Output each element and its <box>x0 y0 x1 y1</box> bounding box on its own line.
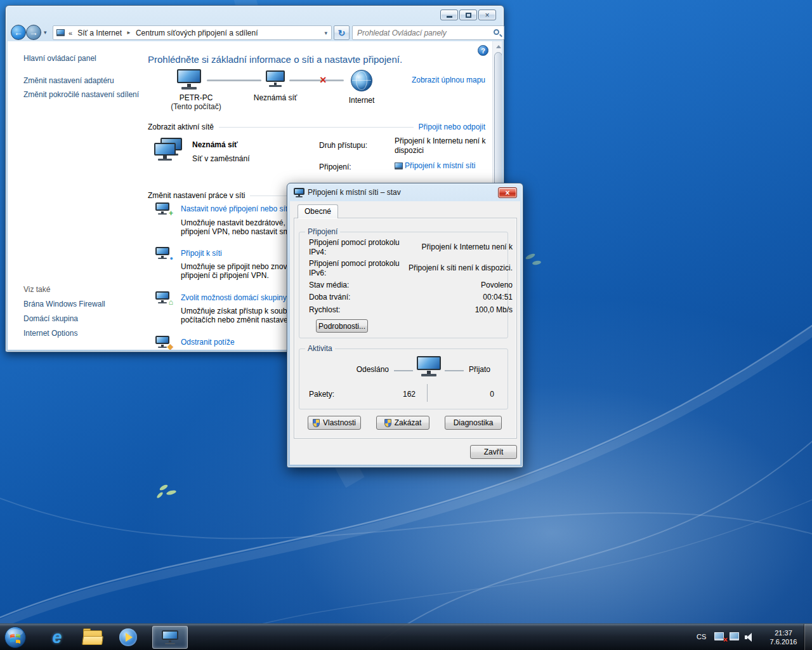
packets-received-value: 0 <box>449 390 494 399</box>
tab-general[interactable]: Obecné <box>298 204 338 218</box>
task-troubleshoot-desc: Umožňuje diagnostikovat a opr <box>181 348 285 350</box>
task-homegroup-desc: Umožňuje získat přístup k soub <box>181 307 287 315</box>
address-bar[interactable]: « Síť a Internet ► Centrum síťových přip… <box>53 25 332 40</box>
taskbar-ie-button[interactable]: e <box>42 626 72 649</box>
scroll-up-icon <box>496 45 501 48</box>
taskbar-wmp-button[interactable] <box>113 626 143 649</box>
map-computer-icon[interactable] <box>177 69 201 90</box>
properties-button[interactable]: Vlastnosti <box>308 416 361 430</box>
speed-label: Rychlost: <box>309 305 340 314</box>
tray-network-icon[interactable]: × <box>714 632 725 642</box>
leaf-sprig-icon <box>156 484 177 499</box>
back-button[interactable]: ← <box>11 25 26 40</box>
active-networks-header-row: Zobrazit aktivní sítě Připojit nebo odpo… <box>148 123 485 131</box>
language-indicator[interactable]: CS <box>697 633 706 640</box>
packets-label: Pakety: <box>309 390 334 399</box>
taskbar-network-window-button[interactable] <box>152 626 188 649</box>
activity-group-label: Aktivita <box>305 344 335 353</box>
task-homegroup-desc: počítačích nebo změnit nastave <box>181 315 288 324</box>
page-title: Prohlédněte si základní informace o síti… <box>148 54 484 65</box>
task-new-connection-desc: Umožňuje nastavit bezdrátové, <box>181 218 285 227</box>
taskbar: e CS × 21:37 7.6.2016 <box>0 623 812 650</box>
recent-pages-dropdown-icon[interactable]: ▾ <box>44 29 47 36</box>
tray-volume-icon[interactable] <box>745 632 755 642</box>
activity-connector <box>394 370 413 371</box>
close-button[interactable]: × <box>478 10 496 20</box>
map-connector <box>207 79 261 81</box>
breadcrumb-separator-icon[interactable]: ► <box>126 30 132 36</box>
task-connect-link[interactable]: Připojit k síti <box>181 249 222 258</box>
monitor-icon <box>714 632 724 640</box>
forward-button[interactable]: → <box>26 25 41 40</box>
no-connection-x-icon: × <box>320 74 327 86</box>
network-window-icon <box>162 630 178 644</box>
active-network-type: Síť v zaměstnání <box>192 154 250 163</box>
sidebar-item-advanced-sharing[interactable]: Změnit pokročilé nastavení sdílení <box>23 90 141 100</box>
diagnose-button[interactable]: Diagnostika <box>445 416 502 430</box>
minimize-icon <box>447 16 452 18</box>
folder-icon <box>83 630 102 645</box>
dialog-title-icon <box>294 188 304 197</box>
refresh-icon: ↻ <box>338 28 346 38</box>
task-connect-desc: Umožňuje se připojit nebo znov <box>181 262 287 271</box>
show-desktop-button[interactable] <box>804 624 812 650</box>
sidebar-item-change-adapter[interactable]: Změnit nastavení adaptéru <box>23 76 141 86</box>
network-location-icon <box>154 143 176 161</box>
breadcrumb-item-sharing-center[interactable]: Centrum síťových připojení a sdílení <box>132 27 262 39</box>
network-disconnected-icon: × <box>723 636 728 644</box>
taskbar-clock[interactable]: 21:37 7.6.2016 <box>765 628 802 646</box>
task-troubleshoot-link[interactable]: Odstranit potíže <box>181 338 235 347</box>
connection-icon <box>395 162 403 169</box>
dialog-content: Obecné Připojení Připojení pomocí protok… <box>290 201 520 465</box>
window-titlebar[interactable] <box>6 6 504 25</box>
map-computer-label: PETR-PC <box>161 93 231 102</box>
activity-computer-icon <box>417 356 441 376</box>
task-connect-icon: ● <box>155 247 169 259</box>
close-icon: × <box>485 11 489 19</box>
access-type-value: Připojení k Internetu není k dispozici <box>395 136 487 156</box>
uac-shield-icon <box>313 419 320 427</box>
taskbar-explorer-button[interactable] <box>77 626 108 649</box>
tray-hardware-icon[interactable] <box>730 632 740 642</box>
back-icon: ← <box>14 27 23 37</box>
ipv6-value: Připojení k síti není k dispozici. <box>409 263 513 272</box>
view-full-map-link[interactable]: Zobrazit úplnou mapu <box>382 76 485 84</box>
map-network-icon[interactable] <box>266 70 285 87</box>
search-icon[interactable] <box>494 29 499 35</box>
details-button[interactable]: Podrobnosti... <box>316 319 368 333</box>
system-tray: CS × 21:37 7.6.2016 <box>691 624 812 650</box>
sidebar-item-homegroup[interactable]: Domácí skupina <box>23 314 141 324</box>
ipv6-label: Připojení pomocí protokolu IPv6: <box>309 259 409 278</box>
minimize-button[interactable] <box>440 10 458 20</box>
duration-label: Doba trvání: <box>309 293 350 302</box>
packets-divider <box>427 384 428 402</box>
start-button[interactable] <box>4 626 27 649</box>
dialog-close-button[interactable]: × <box>498 187 517 198</box>
breadcrumb-item-network-internet[interactable]: Síť a Internet <box>74 27 126 39</box>
search-box[interactable] <box>352 25 504 40</box>
search-input[interactable] <box>353 26 504 39</box>
connect-disconnect-link[interactable]: Připojit nebo odpojit <box>419 123 485 131</box>
map-internet-icon[interactable] <box>351 70 372 91</box>
breadcrumb-collapse-icon[interactable]: « <box>67 29 74 37</box>
close-dialog-button[interactable]: Zavřít <box>470 445 517 459</box>
task-homegroup-icon: ⌂ <box>155 291 169 303</box>
disable-button[interactable]: Zakázat <box>376 416 429 430</box>
address-dropdown-icon[interactable]: ▾ <box>324 30 331 36</box>
local-connection-link[interactable]: Připojení k místní síti <box>405 161 475 170</box>
internet-explorer-icon: e <box>52 628 62 647</box>
local-connection-link-row[interactable]: Připojení k místní síti <box>395 161 475 170</box>
scroll-up-button[interactable] <box>494 41 502 51</box>
close-icon: × <box>505 189 509 197</box>
task-new-connection-link[interactable]: Nastavit nové připojení nebo síť <box>181 204 288 213</box>
activity-connector <box>445 370 464 371</box>
maximize-button[interactable] <box>459 10 477 20</box>
sidebar-item-internet-options[interactable]: Internet Options <box>23 329 141 338</box>
sidebar-item-home[interactable]: Hlavní ovládací panel <box>23 54 141 63</box>
task-homegroup-link[interactable]: Zvolit možnosti domácí skupiny <box>181 293 287 302</box>
refresh-button[interactable]: ↻ <box>334 25 350 40</box>
clock-date: 7.6.2016 <box>765 637 802 646</box>
clock-time: 21:37 <box>765 628 802 637</box>
maximize-icon <box>466 13 471 18</box>
sidebar-item-windows-firewall[interactable]: Brána Windows Firewall <box>23 300 141 309</box>
